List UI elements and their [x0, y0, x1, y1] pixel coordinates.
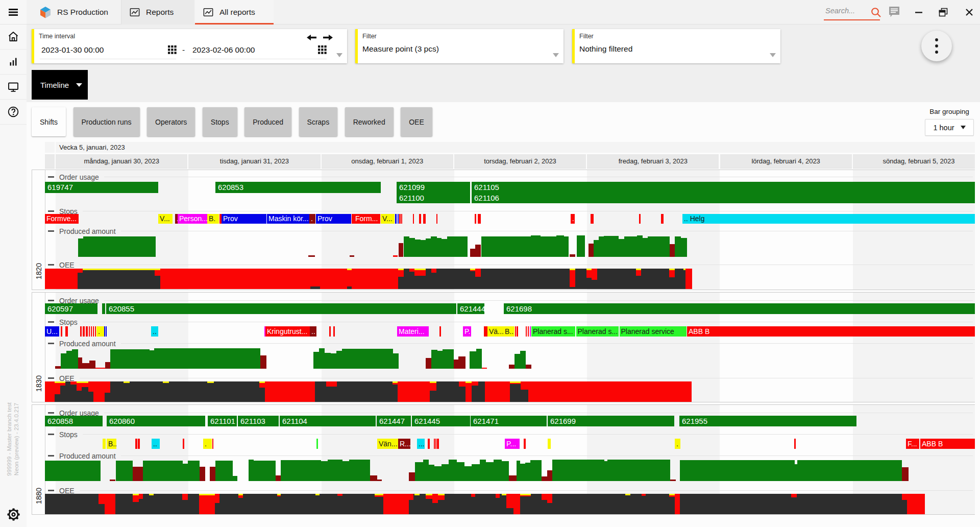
produced-bar[interactable]: [434, 466, 442, 481]
stop-bar[interactable]: [639, 214, 641, 224]
stop-bar[interactable]: Person...: [178, 214, 207, 224]
stop-bar[interactable]: [437, 439, 439, 449]
produced-bar[interactable]: [604, 236, 619, 257]
oee-bar[interactable]: [214, 381, 259, 402]
produced-bar[interactable]: [328, 460, 342, 481]
produced-bar[interactable]: [415, 462, 423, 481]
oee-bar[interactable]: [436, 269, 470, 289]
stop-bar[interactable]: [333, 326, 335, 337]
produced-bar[interactable]: [594, 240, 599, 257]
oee-bar[interactable]: [199, 494, 215, 514]
next-interval-button[interactable]: [322, 33, 334, 42]
produced-bar[interactable]: [431, 236, 437, 257]
produced-bar[interactable]: [509, 365, 514, 369]
produced-bar[interactable]: [83, 236, 156, 257]
sidebar-item-reports[interactable]: [0, 50, 27, 75]
stop-bar[interactable]: Planerad s...: [576, 326, 619, 337]
bar-grouping-select[interactable]: 1 hour: [925, 119, 974, 136]
stop-bar[interactable]: [212, 439, 213, 449]
order-bar[interactable]: 621445: [412, 416, 470, 426]
stop-bar[interactable]: [423, 214, 426, 224]
produced-bar[interactable]: [599, 236, 604, 257]
oee-bar[interactable]: [510, 381, 521, 402]
oee-bar[interactable]: [182, 494, 188, 514]
stop-bar[interactable]: [524, 439, 526, 449]
collapse-icon[interactable]: [48, 264, 54, 266]
oee-bar[interactable]: [470, 269, 475, 289]
produced-bar[interactable]: [531, 235, 541, 257]
measure-point-filter-card[interactable]: Filter Measure point (3 pcs): [355, 29, 564, 63]
produced-bar[interactable]: [429, 465, 434, 481]
stop-bar[interactable]: P...: [505, 439, 520, 449]
stop-bar[interactable]: ..: [152, 439, 160, 449]
produced-bar[interactable]: [437, 351, 443, 369]
produced-bar[interactable]: [481, 236, 531, 257]
stop-bar[interactable]: [95, 326, 96, 337]
produced-bar[interactable]: [336, 351, 342, 369]
order-bar[interactable]: 621100: [397, 193, 470, 203]
produced-bar[interactable]: [502, 461, 509, 481]
stop-bar[interactable]: [89, 326, 90, 337]
toggle-production-runs[interactable]: Production runs: [74, 107, 140, 136]
produced-bar[interactable]: [525, 463, 530, 481]
oee-bar[interactable]: [155, 269, 160, 289]
produced-bar[interactable]: [494, 460, 502, 481]
collapse-icon[interactable]: [48, 343, 54, 344]
produced-bar[interactable]: [443, 349, 454, 369]
produced-bar[interactable]: [442, 464, 449, 481]
stop-bar[interactable]: [548, 439, 551, 449]
produced-bar[interactable]: [670, 480, 676, 481]
order-bar[interactable]: 620597: [45, 303, 97, 314]
more-options-fab[interactable]: [921, 31, 952, 61]
oee-bar[interactable]: [93, 381, 105, 402]
oee-bar[interactable]: [105, 494, 115, 514]
stop-bar[interactable]: [439, 326, 441, 337]
stop-bar[interactable]: [484, 326, 487, 337]
oee-bar[interactable]: [398, 381, 430, 402]
stop-bar[interactable]: .: [203, 439, 212, 449]
previous-interval-button[interactable]: [306, 33, 318, 42]
produced-bar[interactable]: [409, 472, 415, 481]
produced-bar[interactable]: [409, 238, 415, 257]
oee-bar[interactable]: [315, 494, 320, 514]
produced-bar[interactable]: [342, 461, 349, 481]
oee-bar[interactable]: [60, 381, 65, 402]
stop-bar[interactable]: Formve...: [45, 214, 79, 224]
stop-bar[interactable]: [530, 326, 531, 337]
produced-bar[interactable]: [542, 476, 547, 481]
time-interval-card[interactable]: Time interval 2023-01-30 00:00 - 2023-02…: [32, 29, 347, 63]
extra-filter-value[interactable]: Nothing filtered: [579, 44, 632, 54]
stop-bar[interactable]: Maskin kör...: [267, 214, 309, 224]
collapse-icon[interactable]: [48, 321, 54, 323]
produced-bar[interactable]: [110, 349, 150, 369]
stop-bar[interactable]: U...: [45, 326, 59, 337]
stop-bar[interactable]: [661, 214, 664, 224]
produced-bar[interactable]: [607, 460, 670, 481]
order-bar[interactable]: 620855: [106, 303, 456, 314]
stop-bar[interactable]: [398, 214, 399, 224]
oee-bar[interactable]: [70, 381, 77, 402]
order-bar[interactable]: 621447: [377, 416, 411, 426]
oee-bar[interactable]: [45, 381, 55, 402]
oee-bar[interactable]: [45, 494, 99, 514]
stop-bar[interactable]: Form...: [354, 214, 380, 224]
stop-bar[interactable]: [435, 439, 436, 449]
oee-bar[interactable]: [163, 381, 169, 402]
oee-bar[interactable]: [281, 494, 315, 514]
collapse-icon[interactable]: [48, 210, 54, 212]
oee-bar[interactable]: [475, 269, 481, 289]
oee-bar[interactable]: [115, 494, 133, 514]
collapse-icon[interactable]: [48, 455, 54, 457]
stop-bar[interactable]: Planerad s...: [531, 326, 575, 337]
produced-bar[interactable]: [321, 461, 328, 481]
oee-bar[interactable]: [88, 381, 93, 402]
stop-bar[interactable]: [475, 214, 476, 224]
view-selector-button[interactable]: Timeline: [32, 70, 88, 100]
stop-bar[interactable]: ..: [151, 326, 158, 337]
oee-bar[interactable]: [465, 381, 472, 402]
produced-bar[interactable]: [342, 349, 393, 369]
order-bar[interactable]: 620853: [215, 182, 381, 193]
produced-bar[interactable]: [423, 460, 429, 481]
oee-bar[interactable]: [528, 381, 692, 402]
stop-bar[interactable]: Vä...: [487, 326, 503, 337]
